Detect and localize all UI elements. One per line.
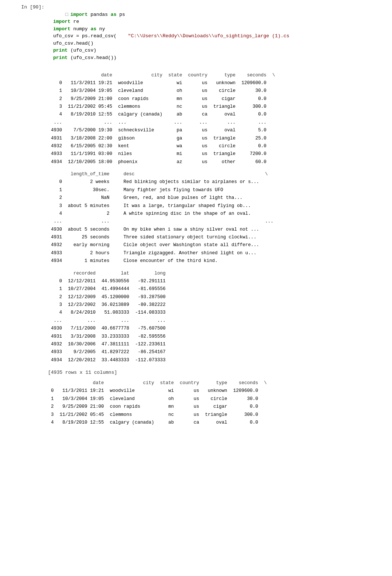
cell-label-text: In [90]: bbox=[21, 4, 44, 10]
table-cell: us bbox=[185, 95, 211, 103]
th-slash: \ bbox=[269, 72, 278, 79]
table-cell: schnecksville bbox=[115, 127, 165, 134]
th3-index bbox=[48, 270, 65, 277]
table-row: 011/3/2011 19:21woodvillewiusunknown1209… bbox=[48, 387, 270, 395]
table-cell: other bbox=[210, 158, 238, 166]
cell-content: □import pandas as ps import re import nu… bbox=[48, 4, 388, 431]
table-cell: triangle bbox=[210, 150, 238, 158]
table-cell: ca bbox=[185, 111, 211, 118]
table-cell: clemmons bbox=[115, 103, 165, 111]
table-cell: oval bbox=[210, 111, 238, 118]
table2: length_of_time desc \ 02 weeksRed blinki… bbox=[48, 170, 276, 265]
table-row: 02 weeksRed blinking objects similar to … bbox=[48, 178, 276, 186]
table-cell: us bbox=[185, 135, 211, 142]
table-cell: 11/3/2011 19:21 bbox=[65, 79, 115, 87]
table-cell: us bbox=[185, 127, 211, 134]
table-cell: 4932 bbox=[48, 142, 65, 150]
table-cell: az bbox=[165, 158, 185, 166]
table-cell: circle bbox=[210, 142, 238, 150]
table-cell: circle bbox=[210, 87, 238, 95]
table4: date city state country type seconds \ 0… bbox=[48, 379, 270, 427]
table-row: 212/12/200945.1200000-93.287500 bbox=[48, 293, 169, 301]
table-row: 4932early morningCicle object over Washi… bbox=[48, 241, 276, 249]
th-country: country bbox=[185, 72, 211, 79]
table-row: ............ bbox=[48, 317, 169, 325]
table-cell: ... bbox=[65, 119, 115, 127]
th-state: state bbox=[165, 72, 185, 79]
table-cell: triangle bbox=[210, 103, 238, 111]
table-row: 49307/11/200040.6677778-75.607500 bbox=[48, 325, 169, 332]
table-row: 49307/5/2000 19:30schnecksvillepausoval5… bbox=[48, 127, 278, 134]
table-cell: woodville bbox=[115, 79, 165, 87]
table-cell: ... bbox=[48, 119, 65, 127]
table-row: 012/12/201144.9530556-92.291111 bbox=[48, 277, 169, 285]
table-cell: wi bbox=[165, 79, 185, 87]
table-cell: us bbox=[185, 87, 211, 95]
th2-index bbox=[48, 170, 65, 178]
table-cell: 7/5/2000 19:30 bbox=[65, 127, 115, 134]
table-cell: 60.0 bbox=[238, 158, 269, 166]
table-cell: 4 bbox=[48, 111, 65, 118]
table-row: 48/19/2010 12:55calgary (canada)abcaoval… bbox=[48, 419, 270, 427]
code-block: □import pandas as ps import re import nu… bbox=[48, 4, 388, 69]
output-section-1: date city state country type seconds \ 0… bbox=[48, 72, 388, 166]
th-seconds: seconds bbox=[238, 72, 269, 79]
table-cell: unknown bbox=[210, 79, 238, 87]
table-cell: 0.0 bbox=[238, 111, 269, 118]
table-cell: oh bbox=[165, 87, 185, 95]
table-cell: 12/10/2005 18:00 bbox=[65, 158, 115, 166]
table-cell: 4934 bbox=[48, 158, 65, 166]
table-row: 493412/20/201233.4483333-112.073333 bbox=[48, 356, 169, 364]
table-cell: ... bbox=[165, 119, 185, 127]
table-cell: mi bbox=[165, 150, 185, 158]
table-row: 493311/1/1991 03:00nilesmiustriangle7200… bbox=[48, 150, 278, 158]
th4-date: date bbox=[57, 379, 107, 387]
table-row: 49339/2/200541.8297222-86.254167 bbox=[48, 348, 169, 356]
prompt-symbol: □ bbox=[65, 12, 68, 17]
table-cell: 6/15/2005 02:30 bbox=[65, 142, 115, 150]
table-cell: ... bbox=[185, 119, 211, 127]
table1: date city state country type seconds \ 0… bbox=[48, 72, 278, 166]
table-cell: 3 bbox=[48, 103, 65, 111]
table-cell: 30.0 bbox=[238, 87, 269, 95]
table-cell: cleveland bbox=[115, 87, 165, 95]
table-cell: ab bbox=[165, 111, 185, 118]
table-cell: 0 bbox=[48, 79, 65, 87]
th4-city: city bbox=[107, 379, 157, 387]
th4-country: country bbox=[177, 379, 202, 387]
table-row: 48/24/201051.083333-114.083333 bbox=[48, 309, 169, 317]
notebook-cell: In [90]: □import pandas as ps import re … bbox=[4, 0, 388, 435]
table-cell: 1 bbox=[48, 87, 65, 95]
th3-recorded: recorded bbox=[65, 270, 99, 277]
th3-long: long bbox=[132, 270, 169, 277]
table-cell: 1209600.0 bbox=[238, 79, 269, 87]
th4-slash: \ bbox=[261, 379, 270, 387]
table-cell: 5.0 bbox=[238, 127, 269, 134]
table-row: 49313/18/2008 22:00gibsongaustriangle25.… bbox=[48, 135, 278, 142]
table-cell: ... bbox=[210, 119, 238, 127]
table-cell: 2 bbox=[48, 95, 65, 103]
table-cell: us bbox=[185, 103, 211, 111]
table-row: 49332 hoursTriangle zigzagged. Another s… bbox=[48, 249, 276, 257]
th-index bbox=[48, 72, 65, 79]
table-cell: us bbox=[185, 79, 211, 87]
table-cell: 10/3/2004 19:05 bbox=[65, 87, 115, 95]
table-cell: wa bbox=[165, 142, 185, 150]
table-cell: phoenix bbox=[115, 158, 165, 166]
table-cell: us bbox=[185, 158, 211, 166]
th-date: date bbox=[65, 72, 115, 79]
table-row: 110/3/2004 19:05clevelandohuscircle30.0 bbox=[48, 87, 278, 95]
output-section-3: recorded lat long 012/12/201144.9530556-… bbox=[48, 270, 388, 365]
th2-length: length_of_time bbox=[65, 170, 113, 178]
table-row: 29/25/2009 21:00coon rapidsmnuscigar0.0 bbox=[48, 403, 270, 411]
table-cell: 0.0 bbox=[238, 142, 269, 150]
table-row: 29/25/2009 21:00coon rapidsmnuscigar0.0 bbox=[48, 95, 278, 103]
table-cell: 4933 bbox=[48, 150, 65, 158]
table-cell: 11/21/2002 05:45 bbox=[65, 103, 115, 111]
th2-desc: desc bbox=[113, 170, 262, 178]
table-cell: kent bbox=[115, 142, 165, 150]
table-row: 2NaNGreen, red, and blue pulses of light… bbox=[48, 194, 276, 202]
th4-type: type bbox=[202, 379, 230, 387]
th4-index bbox=[48, 379, 57, 387]
cell-label: In [90]: bbox=[4, 4, 48, 431]
